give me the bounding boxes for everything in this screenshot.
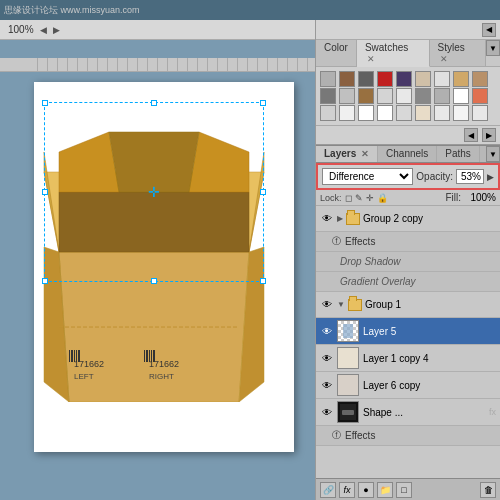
layer-name: Effects	[345, 430, 496, 441]
handle-br[interactable]	[260, 278, 266, 284]
add-style-btn[interactable]: fx	[339, 482, 355, 498]
layer-item-effects2[interactable]: ⓕ Effects	[316, 426, 500, 446]
swatches-prev[interactable]: ◀	[464, 128, 478, 142]
swatch-item[interactable]	[434, 88, 450, 104]
panel-toolbar: ◀	[316, 20, 500, 40]
eye-icon[interactable]: 👁	[320, 298, 334, 312]
svg-rect-23	[151, 350, 152, 362]
layer-item-effects[interactable]: ⓕ Effects	[316, 232, 500, 252]
eye-icon[interactable]: 👁	[320, 351, 334, 365]
opacity-increase-arrow[interactable]: ▶	[487, 172, 494, 182]
swatch-item[interactable]	[434, 71, 450, 87]
swatch-item[interactable]	[453, 105, 469, 121]
expand-arrow[interactable]: ▼	[337, 300, 345, 309]
zoom-left-arrow[interactable]: ◀	[40, 25, 47, 35]
layer-name: Layer 1 copy 4	[363, 353, 496, 364]
svg-rect-17	[78, 350, 80, 362]
swatch-item[interactable]	[396, 88, 412, 104]
swatch-item[interactable]	[339, 105, 355, 121]
new-layer-btn[interactable]: □	[396, 482, 412, 498]
new-group-btn[interactable]: 📁	[377, 482, 393, 498]
handle-tl[interactable]	[42, 100, 48, 106]
zoom-bar: 100% ◀ ▶	[0, 20, 315, 40]
layer-item-layer5[interactable]: 👁 Layer 5	[316, 318, 500, 345]
opacity-input[interactable]: 53%	[456, 169, 484, 184]
eye-icon[interactable]: 👁	[320, 378, 334, 392]
swatch-item[interactable]	[415, 88, 431, 104]
swatch-item[interactable]	[320, 71, 336, 87]
handle-tr[interactable]	[260, 100, 266, 106]
tab-layers-close[interactable]: ✕	[361, 149, 369, 159]
layer-item-dropshadow[interactable]: Drop Shadow	[316, 252, 500, 272]
delete-layer-btn[interactable]: 🗑	[480, 482, 496, 498]
tab-swatches[interactable]: Swatches ✕	[357, 40, 430, 67]
swatch-item[interactable]	[377, 105, 393, 121]
swatch-item[interactable]	[415, 71, 431, 87]
tab-swatches-close[interactable]: ✕	[367, 54, 375, 64]
swatch-item[interactable]	[472, 105, 488, 121]
handle-ml[interactable]	[42, 189, 48, 195]
swatch-item[interactable]	[472, 88, 488, 104]
handle-mr[interactable]	[260, 189, 266, 195]
zoom-right-arrow[interactable]: ▶	[53, 25, 60, 35]
layer-thumb	[337, 320, 359, 342]
lock-move-icon[interactable]: ✛	[366, 193, 374, 203]
swatch-item[interactable]	[472, 71, 488, 87]
swatch-item[interactable]	[396, 105, 412, 121]
eye-icon[interactable]: 👁	[320, 405, 334, 419]
swatch-item[interactable]	[358, 105, 374, 121]
layer-item-group1[interactable]: 👁 ▼ Group 1	[316, 292, 500, 318]
swatch-item[interactable]	[377, 71, 393, 87]
svg-rect-16	[76, 350, 77, 362]
lock-transparent-icon[interactable]: ◻	[345, 193, 352, 203]
svg-rect-22	[149, 350, 150, 362]
layer-item[interactable]: 👁 ▶ Group 2 copy	[316, 206, 500, 232]
layer-item-gradientoverlay[interactable]: Gradient Overlay	[316, 272, 500, 292]
layer-item-layer6copy[interactable]: 👁 Layer 6 copy	[316, 372, 500, 399]
handle-tm[interactable]	[151, 100, 157, 106]
layer-item-layer1copy4[interactable]: 👁 Layer 1 copy 4	[316, 345, 500, 372]
blend-mode-select[interactable]: Difference	[322, 168, 413, 185]
swatch-item[interactable]	[453, 88, 469, 104]
swatch-item[interactable]	[377, 88, 393, 104]
layers-panel-menu[interactable]: ▼	[486, 146, 500, 162]
swatch-item[interactable]	[358, 71, 374, 87]
lock-all-icon[interactable]: 🔒	[377, 193, 388, 203]
color-panel-menu[interactable]: ▼	[486, 40, 500, 56]
svg-rect-21	[146, 350, 148, 362]
swatch-item[interactable]	[339, 88, 355, 104]
swatch-item[interactable]	[339, 71, 355, 87]
add-mask-btn[interactable]: ●	[358, 482, 374, 498]
lock-paint-icon[interactable]: ✎	[355, 193, 363, 203]
blend-row: Difference Opacity: 53% ▶	[316, 163, 500, 190]
svg-text:LEFT: LEFT	[74, 372, 94, 381]
folder-icon	[348, 299, 362, 311]
swatch-item[interactable]	[320, 88, 336, 104]
handle-bm[interactable]	[151, 278, 157, 284]
fill-input[interactable]	[464, 192, 496, 203]
swatch-item[interactable]	[396, 71, 412, 87]
eye-icon[interactable]: 👁	[320, 324, 334, 338]
svg-text:RIGHT: RIGHT	[149, 372, 174, 381]
panel-collapse-btn[interactable]: ◀	[482, 23, 496, 37]
tab-color[interactable]: Color	[316, 40, 357, 66]
tab-layers[interactable]: Layers ✕	[316, 146, 378, 162]
swatch-item[interactable]	[434, 105, 450, 121]
layer-name: Effects	[345, 236, 496, 247]
eye-icon[interactable]: 👁	[320, 212, 334, 226]
swatch-item[interactable]	[320, 105, 336, 121]
ruler-h-marks	[28, 58, 315, 71]
layer-item-shape[interactable]: 👁 Shape ... fx	[316, 399, 500, 426]
swatch-item[interactable]	[453, 71, 469, 87]
tab-styles-close[interactable]: ✕	[440, 54, 448, 64]
svg-rect-15	[74, 350, 75, 362]
handle-bl[interactable]	[42, 278, 48, 284]
swatches-next[interactable]: ▶	[482, 128, 496, 142]
tab-styles[interactable]: Styles ✕	[430, 40, 487, 66]
tab-channels[interactable]: Channels	[378, 146, 437, 162]
swatch-item[interactable]	[358, 88, 374, 104]
expand-arrow[interactable]: ▶	[337, 214, 343, 223]
tab-paths[interactable]: Paths	[437, 146, 480, 162]
swatch-item[interactable]	[415, 105, 431, 121]
link-layers-btn[interactable]: 🔗	[320, 482, 336, 498]
